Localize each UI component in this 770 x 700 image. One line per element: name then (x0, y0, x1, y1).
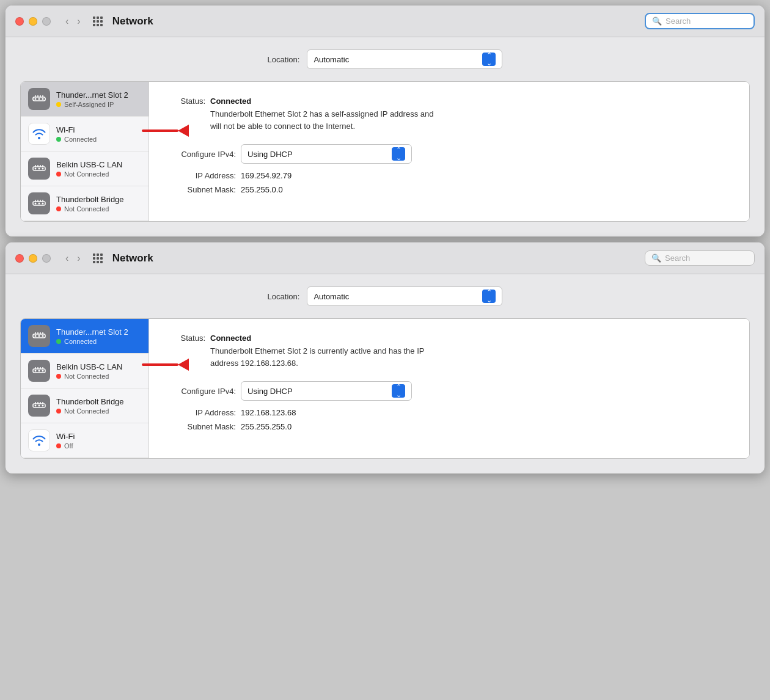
ip-value-2: 192.168.123.68 (241, 408, 296, 417)
location-select-1[interactable]: Automatic ⌃⌄ (307, 49, 502, 69)
item-name-wifi-1: Wi-Fi (56, 125, 97, 134)
svg-point-47 (35, 405, 37, 407)
status-key-1: Status: (169, 97, 205, 106)
status-dot-wifi-2 (56, 443, 61, 448)
belkin-icon-1 (28, 158, 50, 180)
location-chevron-1: ⌃⌄ (482, 53, 496, 66)
item-info-tb-bridge-1: Thunderbolt Bridge Not Connected (56, 195, 124, 213)
status-dot-belkin-2 (56, 374, 61, 379)
main-panel-2: Thunder...rnet Slot 2 Connected (20, 318, 750, 459)
item-name-belkin-2: Belkin USB-C LAN (56, 362, 122, 371)
location-value-2: Automatic (314, 292, 349, 301)
svg-point-32 (38, 335, 40, 337)
status-dot-thunderbolt-2 (56, 339, 61, 344)
config-row-2: Configure IPv4: Using DHCP ⌃⌄ (169, 381, 730, 401)
sidebar-item-belkin-2[interactable]: Belkin USB-C LAN Not Connected (21, 354, 148, 388)
wifi-icon-1 (28, 123, 50, 145)
close-button-2[interactable] (15, 254, 24, 263)
location-chevron-2: ⌃⌄ (482, 290, 496, 303)
sidebar-item-thunderbolt-ethernet-1[interactable]: Thunder...rnet Slot 2 Self-Assigned IP (21, 82, 148, 117)
sidebar-item-thunderbolt-ethernet-2[interactable]: Thunder...rnet Slot 2 Connected (21, 319, 148, 354)
item-info-wifi-1: Wi-Fi Connected (56, 125, 97, 143)
minimize-button-1[interactable] (29, 17, 37, 26)
item-status-belkin-2: Not Connected (56, 373, 122, 380)
sidebar-item-wifi-2[interactable]: Wi-Fi Off (21, 423, 148, 458)
back-arrow-2[interactable]: ‹ (63, 252, 71, 265)
config-key-2: Configure IPv4: (169, 387, 236, 396)
item-status-wifi-2: Off (56, 442, 75, 450)
item-status-thunderbolt-1: Self-Assigned IP (56, 101, 128, 108)
ethernet-icon-2 (28, 325, 50, 347)
apps-grid-icon-2[interactable] (93, 253, 103, 263)
search-placeholder-2: Search (665, 253, 690, 263)
status-text-thunderbolt-1: Self-Assigned IP (64, 101, 114, 108)
sidebar-2: Thunder...rnet Slot 2 Connected (21, 319, 149, 458)
status-text-belkin-1: Not Connected (64, 170, 109, 178)
search-box-1[interactable]: 🔍 Search (645, 13, 755, 29)
item-info-belkin-1: Belkin USB-C LAN Not Connected (56, 160, 122, 178)
status-row-1: Status: Connected Thunderbolt Ethernet S… (169, 97, 730, 132)
search-placeholder-1: Search (666, 16, 691, 26)
apps-grid-icon-1[interactable] (93, 16, 103, 26)
svg-point-33 (42, 335, 44, 337)
traffic-lights-2 (15, 254, 51, 263)
status-text-tb-bridge-1: Not Connected (64, 205, 109, 213)
maximize-button-1[interactable] (42, 17, 51, 26)
content-1: Location: Automatic ⌃⌄ (6, 37, 765, 236)
sidebar-item-tb-bridge-1[interactable]: Thunderbolt Bridge Not Connected (21, 186, 148, 221)
status-content-2: Connected Thunderbolt Ethernet Slot 2 is… (210, 334, 442, 369)
item-info-thunderbolt-2: Thunder...rnet Slot 2 Connected (56, 327, 128, 345)
status-text-wifi-1: Connected (64, 136, 97, 143)
back-arrow-1[interactable]: ‹ (63, 15, 71, 28)
location-label-2: Location: (268, 292, 300, 301)
titlebar-1: ‹ › Network 🔍 Search (6, 5, 765, 37)
search-box-2[interactable]: 🔍 Search (645, 250, 755, 266)
window-2: ‹ › Network 🔍 Search Location: Automatic… (5, 242, 765, 474)
item-info-belkin-2: Belkin USB-C LAN Not Connected (56, 362, 122, 380)
forward-arrow-2[interactable]: › (75, 252, 82, 265)
close-button-1[interactable] (15, 17, 24, 26)
status-value-2: Connected (210, 334, 442, 343)
maximize-button-2[interactable] (42, 254, 51, 263)
subnet-row-2: Subnet Mask: 255.255.255.0 (169, 422, 730, 431)
status-content-1: Connected Thunderbolt Ethernet Slot 2 ha… (210, 97, 442, 132)
item-name-thunderbolt-1: Thunder...rnet Slot 2 (56, 90, 128, 100)
svg-point-39 (35, 370, 37, 372)
ip-label-2: IP Address: (169, 408, 236, 417)
status-description-1: Thunderbolt Ethernet Slot 2 has a self-a… (210, 108, 442, 132)
ip-row-2: IP Address: 192.168.123.68 (169, 408, 730, 417)
location-label-1: Location: (268, 55, 300, 64)
nav-arrows-2: ‹ › (63, 252, 83, 265)
item-info-wifi-2: Wi-Fi Off (56, 432, 75, 450)
forward-arrow-1[interactable]: › (75, 15, 82, 28)
status-description-2: Thunderbolt Ethernet Slot 2 is currently… (210, 345, 442, 369)
tb-bridge-icon-1 (28, 192, 50, 214)
svg-point-25 (42, 203, 44, 205)
status-row-2: Status: Connected Thunderbolt Ethernet S… (169, 334, 730, 369)
status-text-wifi-2: Off (64, 442, 73, 450)
config-chevron-1: ⌃⌄ (392, 147, 405, 161)
status-dot-wifi-1 (56, 137, 61, 142)
svg-point-16 (38, 168, 40, 170)
sidebar-item-belkin-1[interactable]: Belkin USB-C LAN Not Connected (21, 151, 148, 186)
ethernet-icon-1 (28, 88, 50, 110)
svg-point-6 (38, 98, 40, 100)
status-text-tb-bridge-2: Not Connected (64, 407, 109, 415)
right-panel-2: Status: Connected Thunderbolt Ethernet S… (149, 319, 749, 458)
item-name-tb-bridge-2: Thunderbolt Bridge (56, 397, 124, 406)
sidebar-item-wifi-1[interactable]: Wi-Fi Connected (21, 117, 148, 151)
search-icon-2: 🔍 (651, 253, 661, 263)
item-name-thunderbolt-2: Thunder...rnet Slot 2 (56, 327, 128, 337)
item-status-belkin-1: Not Connected (56, 170, 122, 178)
location-select-2[interactable]: Automatic ⌃⌄ (307, 286, 502, 306)
minimize-button-2[interactable] (29, 254, 37, 263)
config-select-2[interactable]: Using DHCP ⌃⌄ (241, 381, 412, 401)
belkin-icon-2 (28, 360, 50, 382)
config-select-1[interactable]: Using DHCP ⌃⌄ (241, 144, 412, 164)
sidebar-item-tb-bridge-2[interactable]: Thunderbolt Bridge Not Connected (21, 388, 148, 423)
window-1: ‹ › Network 🔍 Search Location: Automatic… (5, 5, 765, 237)
ip-value-1: 169.254.92.79 (241, 171, 292, 180)
location-row-1: Location: Automatic ⌃⌄ (20, 49, 750, 69)
status-text-belkin-2: Not Connected (64, 373, 109, 380)
window-title-2: Network (112, 252, 637, 264)
